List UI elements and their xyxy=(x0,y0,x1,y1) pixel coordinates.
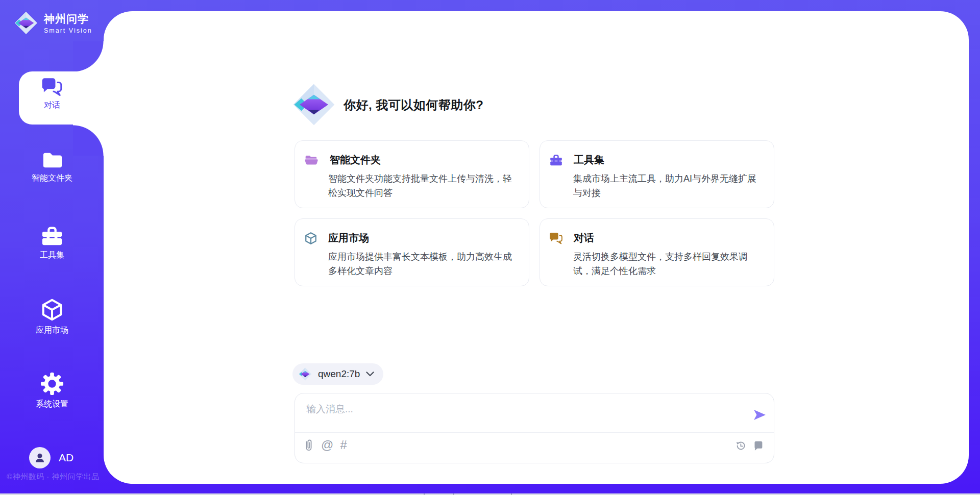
avatar[interactable] xyxy=(29,447,51,468)
sidebar-item-chat[interactable]: 对话 xyxy=(0,77,104,111)
message-bubble-icon[interactable] xyxy=(753,440,764,451)
model-name: qwen2:7b xyxy=(318,368,360,380)
model-selector[interactable]: qwen2:7b xyxy=(292,363,383,385)
composer-divider xyxy=(295,432,774,433)
person-icon xyxy=(33,451,46,464)
card-description: 智能文件夹功能支持批量文件上传与清洗，轻松实现文件问答 xyxy=(328,171,517,200)
send-icon[interactable] xyxy=(752,408,767,422)
card-title: 智能文件夹 xyxy=(330,153,381,167)
brand-diamond-icon xyxy=(14,11,38,35)
user-profile[interactable]: AD xyxy=(29,447,74,468)
cube-icon xyxy=(304,232,317,245)
brand-subtitle: Smart Vision xyxy=(44,27,92,34)
card-toolset[interactable]: 工具集 集成市场上主流工具，助力AI与外界无缝扩展与对接 xyxy=(540,140,774,208)
folder-icon xyxy=(40,150,64,169)
sidebar-item-label: 应用市场 xyxy=(36,325,68,336)
message-composer: @ # xyxy=(295,393,774,463)
copyright-text: ©神州数码 · 神州问学出品 xyxy=(7,472,99,482)
card-smart-folder[interactable]: 智能文件夹 智能文件夹功能支持批量文件上传与清洗，轻松实现文件问答 xyxy=(295,140,529,208)
greeting-title: 你好, 我可以如何帮助你? xyxy=(344,97,484,113)
card-description: 应用市场提供丰富长文本模板，助力高效生成多样化文章内容 xyxy=(328,250,517,278)
cube-icon xyxy=(40,298,64,321)
history-icon[interactable] xyxy=(735,440,746,451)
user-name: AD xyxy=(59,452,74,464)
folder-open-icon xyxy=(304,154,319,166)
mention-icon[interactable]: @ xyxy=(321,439,333,451)
toolbox-icon xyxy=(549,154,563,166)
sidebar-item-label: 系统设置 xyxy=(36,399,68,410)
chat-icon xyxy=(41,77,63,96)
hero-diamond-icon xyxy=(292,83,335,126)
card-chat[interactable]: 对话 灵活切换多模型文件，支持多样回复效果调试，满足个性化需求 xyxy=(540,218,774,286)
message-input[interactable] xyxy=(305,401,736,418)
chevron-down-icon xyxy=(366,372,374,377)
sidebar-item-smart-folder[interactable]: 智能文件夹 xyxy=(0,150,104,184)
feature-cards: 智能文件夹 智能文件夹功能支持批量文件上传与清洗，轻松实现文件问答 工具集 集成… xyxy=(295,140,774,286)
brand-name: 神州问学 xyxy=(44,12,92,26)
card-title: 对话 xyxy=(574,231,594,245)
card-title: 工具集 xyxy=(574,153,604,167)
brand-logo-block: 神州问学 Smart Vision xyxy=(14,11,92,35)
sidebar-item-label: 工具集 xyxy=(40,250,64,261)
gear-icon xyxy=(40,372,64,395)
card-description: 灵活切换多模型文件，支持多样回复效果调试，满足个性化需求 xyxy=(573,250,762,278)
attachment-icon[interactable] xyxy=(303,438,314,452)
app-window: 神州问学 Smart Vision 对话 智能文件夹 工具集 应用市场 系统设置 xyxy=(0,0,980,495)
card-title: 应用市场 xyxy=(328,231,369,245)
sidebar-item-app-market[interactable]: 应用市场 xyxy=(0,298,104,336)
card-description: 集成市场上主流工具，助力AI与外界无缝扩展与对接 xyxy=(573,171,762,200)
tab-top-fillet xyxy=(73,41,104,72)
chat-icon xyxy=(549,232,563,244)
card-app-market[interactable]: 应用市场 应用市场提供丰富长文本模板，助力高效生成多样化文章内容 xyxy=(295,218,529,286)
sidebar-item-toolset[interactable]: 工具集 xyxy=(0,225,104,261)
sidebar-item-label: 对话 xyxy=(44,100,60,111)
sidebar-item-settings[interactable]: 系统设置 xyxy=(0,372,104,410)
toolbox-icon xyxy=(40,225,64,246)
model-diamond-icon xyxy=(299,367,312,381)
sidebar-item-label: 智能文件夹 xyxy=(32,173,72,184)
hashtag-icon[interactable]: # xyxy=(340,439,347,451)
